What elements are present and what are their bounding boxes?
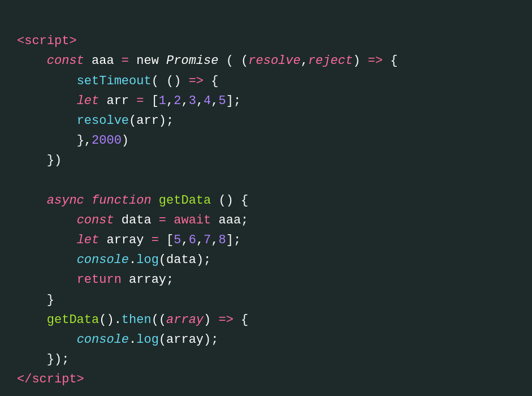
line-script-open: <script> <box>17 34 77 48</box>
line-11: return array; <box>17 273 174 287</box>
line-14: console.log(array); <box>17 333 218 347</box>
line-7: async function getData () { <box>17 193 248 208</box>
line-9: let array = [5,6,7,8]; <box>17 233 241 247</box>
line-2: setTimeout( () => { <box>17 74 218 88</box>
line-12: } <box>17 293 54 307</box>
line-8: const data = await aaa; <box>17 213 248 227</box>
line-3: let arr = [1,2,3,4,5]; <box>17 94 241 108</box>
line-6: }) <box>17 153 62 167</box>
line-13: getData().then((array) => { <box>17 313 248 327</box>
line-10: console.log(data); <box>17 253 211 267</box>
code-container: <script> const aaa = new Promise ( (reso… <box>0 0 532 396</box>
line-15: }); <box>17 352 69 367</box>
line-5: },2000) <box>17 134 129 148</box>
line-script-close: </script> <box>17 372 84 386</box>
line-1: const aaa = new Promise ( (resolve,rejec… <box>17 54 397 68</box>
line-4: resolve(arr); <box>17 114 174 128</box>
code-block: <script> const aaa = new Promise ( (reso… <box>17 11 515 396</box>
